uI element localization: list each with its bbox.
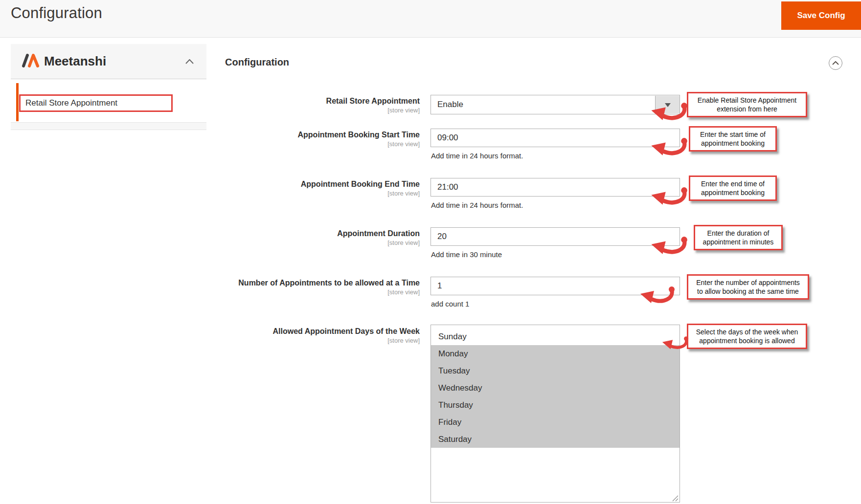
scope-label: [store view] [210, 106, 420, 114]
field-label-booking-start-time: Appointment Booking Start Time [store vi… [210, 130, 420, 148]
sidebar-footer [11, 122, 206, 130]
option-friday[interactable]: Friday [431, 414, 680, 431]
vendor-name: Meetanshi [44, 54, 106, 69]
field-note: add count 1 [431, 300, 469, 308]
sidebar-vendor-tab[interactable]: Meetanshi [11, 44, 206, 79]
field-note: Add time in 24 hours format. [431, 152, 523, 160]
option-tuesday[interactable]: Tuesday [431, 362, 680, 379]
save-config-button[interactable]: Save Config [781, 1, 861, 30]
config-sidebar: Meetanshi Retail Store Appointment [11, 44, 206, 130]
sidebar-item-retail-store-appointment[interactable]: Retail Store Appointment [19, 94, 173, 112]
scope-label: [store view] [210, 140, 420, 148]
option-sunday[interactable]: Sunday [431, 328, 680, 345]
field-label-allowed-days: Allowed Appointment Days of the Week [st… [210, 326, 420, 345]
field-note: Add time in 30 minute [431, 250, 502, 259]
page-header: Configuration Save Config [0, 0, 861, 38]
option-wednesday[interactable]: Wednesday [431, 379, 680, 396]
option-thursday[interactable]: Thursday [431, 396, 680, 414]
section-collapse-button[interactable] [829, 56, 842, 70]
annotation-arrow-icon [649, 137, 688, 157]
scope-label: [store view] [210, 336, 420, 345]
annotation-callout: Enter the number of appointments to allo… [687, 274, 809, 300]
active-item-indicator [16, 83, 19, 121]
field-note: Add time in 24 hours format. [431, 201, 523, 209]
field-label-booking-end-time: Appointment Booking End Time [store view… [210, 179, 420, 197]
appointment-duration-input[interactable] [430, 227, 680, 246]
annotation-arrow-icon [649, 236, 688, 256]
annotation-arrow-icon [630, 285, 683, 305]
section-title: Configuration [225, 57, 289, 68]
annotation-callout: Select the days of the week when appoint… [687, 324, 807, 349]
annotation-callout: Enter the end time of appointment bookin… [689, 175, 777, 201]
scope-label: [store view] [210, 239, 420, 247]
page-title: Configuration [11, 4, 102, 22]
booking-start-time-input[interactable] [430, 129, 680, 147]
scope-label: [store view] [210, 189, 420, 197]
allowed-days-multiselect[interactable]: Sunday Monday Tuesday Wednesday Thursday… [430, 325, 680, 503]
option-saturday[interactable]: Saturday [431, 431, 680, 448]
annotation-callout: Enter the duration of appointment in min… [694, 225, 783, 250]
field-label-number-of-appointments: Number of Appointments to be allowed at … [234, 278, 420, 296]
annotation-arrow-icon [660, 335, 689, 351]
annotation-callout: Enable Retail Store Appointment extensio… [687, 92, 807, 117]
booking-end-time-field [430, 178, 680, 197]
sidebar-body: Retail Store Appointment [11, 79, 206, 122]
scope-label: [store view] [234, 288, 420, 296]
field-label-retail-store-appointment: Retail Store Appointment [store view] [210, 96, 420, 114]
retail-store-appointment-select[interactable]: Enable [430, 95, 680, 114]
sidebar-item-label: Retail Store Appointment [25, 98, 117, 108]
appointment-duration-field [430, 227, 680, 246]
meetanshi-logo-icon [22, 54, 40, 69]
booking-start-time-field [430, 129, 680, 147]
option-monday[interactable]: Monday [431, 345, 680, 362]
collapse-caret-icon[interactable] [185, 57, 194, 66]
resize-grip-icon[interactable] [672, 495, 679, 501]
booking-end-time-input[interactable] [430, 178, 680, 197]
field-label-appointment-duration: Appointment Duration [store view] [210, 228, 420, 247]
annotation-arrow-icon [649, 186, 688, 207]
annotation-arrow-icon [649, 102, 688, 122]
select-value: Enable [431, 100, 655, 110]
annotation-callout: Enter the start time of appointment book… [689, 126, 777, 152]
retail-store-appointment-field: Enable [430, 95, 680, 114]
